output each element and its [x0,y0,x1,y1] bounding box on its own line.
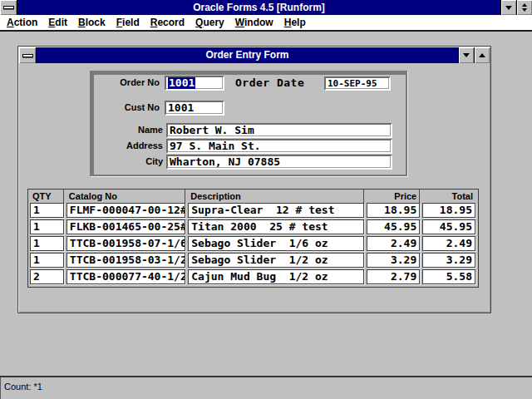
line-items-table: QTYCatalog NoDescriptionPriceTotal 1FLMF… [27,189,479,288]
restore-button[interactable] [516,0,532,15]
up-arrow-icon [479,53,485,57]
order-date-field[interactable]: 10-SEP-95 [324,76,391,91]
name-field[interactable]: Robert W. Sim [166,123,392,138]
menu-item-action[interactable]: Action [7,17,37,28]
address-value: 97 S. Main St. [170,140,261,152]
table-body: 1FLMF-000047-00-12#Supra-Clear 12 # test… [28,203,478,286]
system-menu-dash-icon [22,54,33,57]
minimize-button[interactable] [500,0,516,15]
cell-qty[interactable]: 1 [30,236,64,251]
order-no-value: 1001 [168,77,195,89]
column-header-qty: QTY [30,190,64,203]
cell-price[interactable]: 3.29 [367,253,420,268]
table-row: 1FLKB-001465-00-25#Titan 2000 25 # test4… [28,219,478,236]
system-menu-dash-icon [3,6,14,9]
cell-price[interactable]: 2.49 [367,236,420,251]
record-count-text: Count: *1 [4,382,42,392]
cell-total[interactable]: 45.95 [422,219,475,234]
cust-no-value: 1001 [168,102,194,114]
cell-description[interactable]: Sebago Slider 1/6 oz [188,236,364,251]
table-row: 1TTCB-001958-03-1/2Sebago Slider 1/2 oz3… [28,253,478,269]
column-header-price: Price [367,190,420,203]
cell-price[interactable]: 2.79 [367,269,420,284]
cell-qty[interactable]: 2 [30,269,64,284]
cell-catalog-no[interactable]: FLMF-000047-00-12# [66,203,185,218]
cell-total[interactable]: 5.58 [422,269,475,284]
app-title: Oracle Forms 4.5 [Runform] [17,0,500,15]
app-title-bar[interactable]: Oracle Forms 4.5 [Runform] [0,0,532,15]
menu-item-query[interactable]: Query [195,17,224,28]
cell-description[interactable]: Supra-Clear 12 # test [188,203,364,218]
menu-item-window[interactable]: Window [235,17,273,28]
cell-total[interactable]: 18.95 [422,203,475,218]
form-title: Order Entry Form [37,47,458,63]
name-label: Name [69,125,163,135]
application-window: Oracle Forms 4.5 [Runform] ActionEditBlo… [0,0,532,399]
order-no-field[interactable]: 1001 [165,76,224,91]
menu-item-field[interactable]: Field [116,17,140,28]
cell-description[interactable]: Sebago Slider 1/2 oz [188,253,364,268]
menu-item-edit[interactable]: Edit [48,17,67,28]
city-label: City [69,156,163,166]
address-label: Address [69,140,163,150]
cell-total[interactable]: 2.49 [422,236,475,251]
form-maximize-button[interactable] [474,47,490,63]
menu-item-record[interactable]: Record [150,17,185,28]
order-entry-form-window: Order Entry Form Order No 1001 Order Dat… [17,46,491,313]
up-arrow-icon [522,3,527,7]
cell-catalog-no[interactable]: TTCB-000077-40-1/2 [66,269,185,284]
cust-no-label: Cust No [69,102,160,112]
down-arrow-icon [463,53,470,57]
cell-qty[interactable]: 1 [30,253,64,268]
cell-price[interactable]: 18.95 [367,203,420,218]
name-value: Robert W. Sim [170,125,254,136]
form-title-bar[interactable]: Order Entry Form [19,47,490,63]
status-bar: Count: *1 [0,377,532,399]
menu-bar: ActionEditBlockFieldRecordQueryWindowHel… [0,15,532,32]
form-canvas: Order No 1001 Order Date 10-SEP-95 Cust … [19,63,490,312]
down-arrow-icon [522,8,527,12]
order-date-value: 10-SEP-95 [328,78,377,90]
menu-item-help[interactable]: Help [284,17,306,28]
table-row: 1FLMF-000047-00-12#Supra-Clear 12 # test… [28,203,478,219]
cell-catalog-no[interactable]: TTCB-001958-03-1/2 [66,253,185,268]
city-field[interactable]: Wharton, NJ 07885 [166,155,392,170]
menu-item-block[interactable]: Block [78,17,106,28]
table-row: 2TTCB-000077-40-1/2Cajun Mud Bug 1/2 oz2… [28,269,478,286]
cell-description[interactable]: Cajun Mud Bug 1/2 oz [188,269,364,284]
cell-catalog-no[interactable]: TTCB-001958-07-1/6 [66,236,185,251]
cell-description[interactable]: Titan 2000 25 # test [188,219,364,234]
cell-total[interactable]: 3.29 [422,253,475,268]
column-header-total: Total [422,190,475,203]
column-header-description: Description [188,190,364,203]
table-header-row: QTYCatalog NoDescriptionPriceTotal [28,190,478,203]
table-row: 1TTCB-001958-07-1/6Sebago Slider 1/6 oz2… [28,236,478,253]
city-value: Wharton, NJ 07885 [170,156,280,168]
column-header-catalog-no: Catalog No [66,190,185,203]
address-field[interactable]: 97 S. Main St. [166,139,392,154]
form-minimize-button[interactable] [458,47,474,63]
form-system-menu-button[interactable] [19,47,37,63]
order-date-label: Order Date [235,76,304,89]
order-no-label: Order No [69,77,160,87]
down-arrow-icon [505,6,512,10]
cell-qty[interactable]: 1 [30,203,64,218]
cust-no-field[interactable]: 1001 [165,101,224,116]
cell-price[interactable]: 45.95 [367,219,420,234]
cell-catalog-no[interactable]: FLKB-001465-00-25# [66,219,185,234]
cell-qty[interactable]: 1 [30,219,64,234]
system-menu-button[interactable] [0,0,17,15]
